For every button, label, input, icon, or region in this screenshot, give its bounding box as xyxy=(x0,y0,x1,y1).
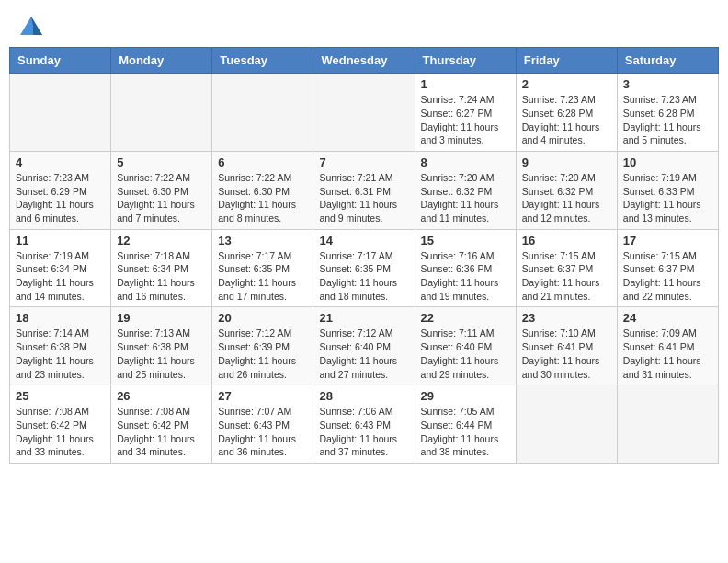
day-number: 25 xyxy=(16,389,105,403)
calendar-cell: 15Sunrise: 7:16 AMSunset: 6:36 PMDayligh… xyxy=(415,229,516,307)
calendar-cell: 27Sunrise: 7:07 AMSunset: 6:43 PMDayligh… xyxy=(212,385,313,464)
calendar-cell xyxy=(516,385,617,464)
calendar-cell: 2Sunrise: 7:23 AMSunset: 6:28 PMDaylight… xyxy=(516,74,617,152)
day-number: 23 xyxy=(522,311,611,325)
day-sun-info: Sunrise: 7:14 AMSunset: 6:38 PMDaylight:… xyxy=(16,327,105,381)
day-of-week-header: Friday xyxy=(516,48,617,74)
calendar-week-row: 11Sunrise: 7:19 AMSunset: 6:34 PMDayligh… xyxy=(10,229,719,307)
calendar-week-row: 1Sunrise: 7:24 AMSunset: 6:27 PMDaylight… xyxy=(10,74,719,152)
day-of-week-header: Thursday xyxy=(415,48,516,74)
calendar-week-row: 25Sunrise: 7:08 AMSunset: 6:42 PMDayligh… xyxy=(10,385,719,464)
calendar-week-row: 18Sunrise: 7:14 AMSunset: 6:38 PMDayligh… xyxy=(10,307,719,385)
day-sun-info: Sunrise: 7:11 AMSunset: 6:40 PMDaylight:… xyxy=(421,327,510,381)
day-sun-info: Sunrise: 7:19 AMSunset: 6:34 PMDaylight:… xyxy=(16,249,105,304)
day-sun-info: Sunrise: 7:15 AMSunset: 6:37 PMDaylight:… xyxy=(522,249,611,304)
day-number: 2 xyxy=(522,77,611,91)
day-number: 15 xyxy=(421,234,510,247)
day-number: 7 xyxy=(319,155,408,169)
calendar-week-row: 4Sunrise: 7:23 AMSunset: 6:29 PMDaylight… xyxy=(10,151,719,229)
calendar-cell: 9Sunrise: 7:20 AMSunset: 6:32 PMDaylight… xyxy=(516,151,617,229)
day-number: 26 xyxy=(117,389,206,403)
calendar-cell: 11Sunrise: 7:19 AMSunset: 6:34 PMDayligh… xyxy=(10,229,111,307)
calendar-cell: 7Sunrise: 7:21 AMSunset: 6:31 PMDaylight… xyxy=(313,151,415,229)
calendar-cell: 17Sunrise: 7:15 AMSunset: 6:37 PMDayligh… xyxy=(617,229,718,307)
calendar-cell: 3Sunrise: 7:23 AMSunset: 6:28 PMDaylight… xyxy=(617,74,718,152)
day-sun-info: Sunrise: 7:08 AMSunset: 6:42 PMDaylight:… xyxy=(16,405,105,459)
day-number: 18 xyxy=(16,311,105,325)
day-sun-info: Sunrise: 7:23 AMSunset: 6:29 PMDaylight:… xyxy=(16,171,105,225)
day-sun-info: Sunrise: 7:09 AMSunset: 6:41 PMDaylight:… xyxy=(623,327,712,381)
calendar-cell: 19Sunrise: 7:13 AMSunset: 6:38 PMDayligh… xyxy=(111,307,212,385)
calendar-cell: 23Sunrise: 7:10 AMSunset: 6:41 PMDayligh… xyxy=(516,307,617,385)
calendar-cell: 5Sunrise: 7:22 AMSunset: 6:30 PMDaylight… xyxy=(111,151,212,229)
day-number: 22 xyxy=(421,311,510,325)
logo-icon xyxy=(20,17,42,35)
day-number: 29 xyxy=(421,389,510,403)
day-number: 24 xyxy=(623,311,712,325)
calendar-cell: 1Sunrise: 7:24 AMSunset: 6:27 PMDaylight… xyxy=(415,74,516,152)
day-number: 27 xyxy=(218,389,307,403)
day-number: 11 xyxy=(16,234,105,247)
day-of-week-header: Tuesday xyxy=(212,48,313,74)
day-sun-info: Sunrise: 7:12 AMSunset: 6:39 PMDaylight:… xyxy=(218,327,307,381)
day-number: 14 xyxy=(319,234,408,247)
day-sun-info: Sunrise: 7:08 AMSunset: 6:42 PMDaylight:… xyxy=(117,405,206,459)
day-number: 1 xyxy=(421,77,510,91)
calendar-cell: 24Sunrise: 7:09 AMSunset: 6:41 PMDayligh… xyxy=(617,307,718,385)
calendar-cell: 10Sunrise: 7:19 AMSunset: 6:33 PMDayligh… xyxy=(617,151,718,229)
calendar-cell: 28Sunrise: 7:06 AMSunset: 6:43 PMDayligh… xyxy=(313,385,415,464)
calendar-cell: 22Sunrise: 7:11 AMSunset: 6:40 PMDayligh… xyxy=(415,307,516,385)
day-sun-info: Sunrise: 7:22 AMSunset: 6:30 PMDaylight:… xyxy=(218,171,307,225)
calendar-cell xyxy=(111,74,212,152)
calendar-cell: 29Sunrise: 7:05 AMSunset: 6:44 PMDayligh… xyxy=(415,385,516,464)
day-number: 4 xyxy=(16,155,105,169)
day-number: 6 xyxy=(218,155,307,169)
calendar-cell xyxy=(212,74,313,152)
day-sun-info: Sunrise: 7:13 AMSunset: 6:38 PMDaylight:… xyxy=(117,327,206,381)
day-sun-info: Sunrise: 7:21 AMSunset: 6:31 PMDaylight:… xyxy=(319,171,408,225)
calendar-cell: 12Sunrise: 7:18 AMSunset: 6:34 PMDayligh… xyxy=(111,229,212,307)
day-number: 13 xyxy=(218,234,307,247)
day-sun-info: Sunrise: 7:19 AMSunset: 6:33 PMDaylight:… xyxy=(623,171,712,225)
day-of-week-header: Saturday xyxy=(617,48,718,74)
day-sun-info: Sunrise: 7:06 AMSunset: 6:43 PMDaylight:… xyxy=(319,405,408,459)
calendar-cell: 8Sunrise: 7:20 AMSunset: 6:32 PMDaylight… xyxy=(415,151,516,229)
calendar-cell: 14Sunrise: 7:17 AMSunset: 6:35 PMDayligh… xyxy=(313,229,415,307)
day-sun-info: Sunrise: 7:20 AMSunset: 6:32 PMDaylight:… xyxy=(421,171,510,225)
day-sun-info: Sunrise: 7:07 AMSunset: 6:43 PMDaylight:… xyxy=(218,405,307,459)
calendar-table: SundayMondayTuesdayWednesdayThursdayFrid… xyxy=(9,47,719,464)
day-number: 19 xyxy=(117,311,206,325)
day-sun-info: Sunrise: 7:15 AMSunset: 6:37 PMDaylight:… xyxy=(623,249,712,304)
calendar-body: 1Sunrise: 7:24 AMSunset: 6:27 PMDaylight… xyxy=(10,74,719,464)
day-sun-info: Sunrise: 7:20 AMSunset: 6:32 PMDaylight:… xyxy=(522,171,611,225)
calendar-cell: 13Sunrise: 7:17 AMSunset: 6:35 PMDayligh… xyxy=(212,229,313,307)
calendar-cell: 21Sunrise: 7:12 AMSunset: 6:40 PMDayligh… xyxy=(313,307,415,385)
day-sun-info: Sunrise: 7:18 AMSunset: 6:34 PMDaylight:… xyxy=(117,249,206,304)
day-sun-info: Sunrise: 7:16 AMSunset: 6:36 PMDaylight:… xyxy=(421,249,510,304)
calendar-cell xyxy=(617,385,718,464)
calendar-header-row: SundayMondayTuesdayWednesdayThursdayFrid… xyxy=(10,48,719,74)
logo xyxy=(18,17,42,40)
day-number: 9 xyxy=(522,155,611,169)
calendar-cell: 25Sunrise: 7:08 AMSunset: 6:42 PMDayligh… xyxy=(10,385,111,464)
calendar-cell xyxy=(10,74,111,152)
day-number: 28 xyxy=(319,389,408,403)
day-sun-info: Sunrise: 7:23 AMSunset: 6:28 PMDaylight:… xyxy=(623,93,712,147)
day-sun-info: Sunrise: 7:17 AMSunset: 6:35 PMDaylight:… xyxy=(218,249,307,304)
calendar-cell: 16Sunrise: 7:15 AMSunset: 6:37 PMDayligh… xyxy=(516,229,617,307)
day-number: 17 xyxy=(623,234,712,247)
day-number: 20 xyxy=(218,311,307,325)
calendar-cell xyxy=(313,74,415,152)
day-of-week-header: Wednesday xyxy=(313,48,415,74)
calendar-cell: 18Sunrise: 7:14 AMSunset: 6:38 PMDayligh… xyxy=(10,307,111,385)
day-of-week-header: Sunday xyxy=(10,48,111,74)
day-number: 21 xyxy=(319,311,408,325)
calendar-cell: 20Sunrise: 7:12 AMSunset: 6:39 PMDayligh… xyxy=(212,307,313,385)
day-number: 12 xyxy=(117,234,206,247)
day-sun-info: Sunrise: 7:24 AMSunset: 6:27 PMDaylight:… xyxy=(421,93,510,147)
day-sun-info: Sunrise: 7:23 AMSunset: 6:28 PMDaylight:… xyxy=(522,93,611,147)
day-sun-info: Sunrise: 7:05 AMSunset: 6:44 PMDaylight:… xyxy=(421,405,510,459)
day-of-week-header: Monday xyxy=(111,48,212,74)
calendar-cell: 6Sunrise: 7:22 AMSunset: 6:30 PMDaylight… xyxy=(212,151,313,229)
calendar-cell: 4Sunrise: 7:23 AMSunset: 6:29 PMDaylight… xyxy=(10,151,111,229)
